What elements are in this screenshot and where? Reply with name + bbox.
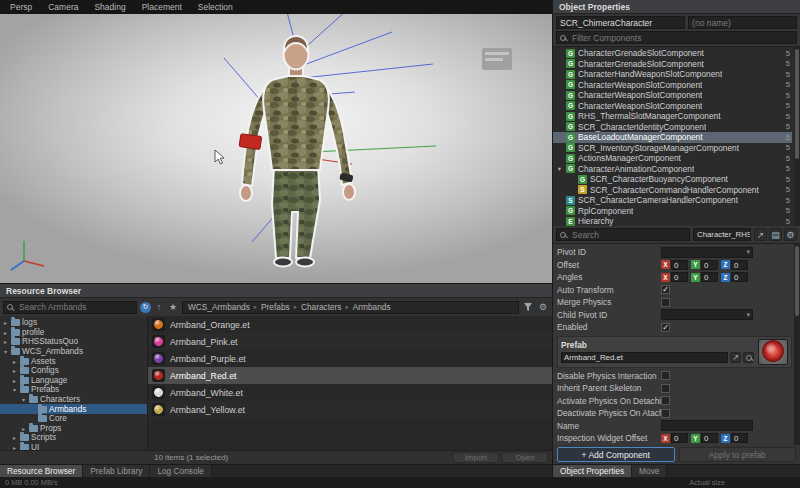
- gear-icon[interactable]: ⚙: [537, 301, 549, 313]
- tab-log-console[interactable]: Log Console: [150, 465, 212, 477]
- action-button-import[interactable]: Import: [453, 452, 499, 463]
- tree-expand-icon[interactable]: ▾: [2, 348, 9, 355]
- component-row[interactable]: ▾GCharacterAnimationComponent5: [553, 164, 792, 175]
- filter-components-input[interactable]: [569, 32, 793, 43]
- inspect-resource-icon[interactable]: [743, 352, 754, 363]
- checkbox[interactable]: [661, 384, 670, 393]
- component-row[interactable]: GActionsManagerComponent5: [553, 153, 792, 164]
- component-search-input[interactable]: [569, 229, 686, 240]
- tree-expand-icon[interactable]: ▾: [11, 386, 18, 393]
- axis-x-value[interactable]: 0: [671, 433, 688, 443]
- tree-expand-icon[interactable]: ▸: [11, 377, 18, 384]
- component-row[interactable]: GSCR_InventoryStorageManagerComponent5: [553, 143, 792, 154]
- tab-resource-browser[interactable]: Resource Browser: [0, 465, 83, 477]
- tree-expand-icon[interactable]: ▸: [20, 425, 27, 432]
- favorite-star-icon[interactable]: ★: [167, 301, 179, 313]
- filter-funnel-icon[interactable]: [522, 301, 534, 313]
- tree-item-profile[interactable]: ▸profile: [0, 328, 147, 338]
- tree-expand-icon[interactable]: ▸: [11, 358, 18, 365]
- entity-name-field[interactable]: [688, 16, 797, 29]
- axis-z-value[interactable]: 0: [731, 260, 748, 270]
- tab-move[interactable]: Move: [632, 465, 667, 477]
- component-row[interactable]: GRHS_ThermalSlotManagerComponent5: [553, 111, 792, 122]
- up-icon[interactable]: ↑: [153, 301, 165, 313]
- component-row[interactable]: GSCR_CharacterBuoyancyComponent5: [553, 174, 792, 185]
- action-button-open[interactable]: Open: [502, 452, 548, 463]
- checkbox[interactable]: ✓: [661, 285, 670, 294]
- viewport-3d[interactable]: [0, 14, 552, 283]
- tree-icon[interactable]: ▤: [769, 228, 782, 241]
- breadcrumb-segment[interactable]: Characters: [301, 302, 342, 312]
- tree-item-characters[interactable]: ▾Characters: [0, 395, 147, 405]
- tree-expand-icon[interactable]: ▾: [20, 396, 27, 403]
- entity-class-field[interactable]: [556, 16, 685, 29]
- component-row[interactable]: GRplComponent5: [553, 206, 792, 217]
- tree-item-armbands[interactable]: Armbands: [0, 404, 147, 414]
- menu-selection[interactable]: Selection: [190, 2, 241, 12]
- component-row[interactable]: GCharacterGrenadeSlotComponent5: [553, 48, 792, 59]
- tree-expand-icon[interactable]: ▸: [11, 367, 18, 374]
- context-dropdown[interactable]: Character_RHS_RF_SSO_Base ▾: [693, 228, 751, 241]
- file-row[interactable]: Armband_Yellow.et: [148, 401, 552, 418]
- file-row[interactable]: Armband_Red.et: [148, 367, 552, 384]
- component-row[interactable]: GBaseLoadoutManagerComponent5: [553, 132, 792, 143]
- menu-persp[interactable]: Persp: [2, 2, 40, 12]
- menu-shading[interactable]: Shading: [86, 2, 133, 12]
- component-row[interactable]: GCharacterWeaponSlotComponent5: [553, 101, 792, 112]
- checkbox[interactable]: [661, 396, 670, 405]
- menu-camera[interactable]: Camera: [40, 2, 86, 12]
- tree-expand-icon[interactable]: ▸: [2, 338, 9, 345]
- component-row[interactable]: GCharacterWeaponSlotComponent5: [553, 90, 792, 101]
- apply-to-prefab-button[interactable]: Apply to prefab: [679, 447, 797, 462]
- breadcrumb-segment[interactable]: Armbands: [353, 302, 391, 312]
- sync-icon[interactable]: ↻: [140, 302, 151, 313]
- export-icon[interactable]: ↗: [754, 228, 767, 241]
- tree-item-prefabs[interactable]: ▾Prefabs: [0, 385, 147, 395]
- prefab-thumbnail[interactable]: [758, 339, 788, 365]
- file-row[interactable]: Armband_Purple.et: [148, 350, 552, 367]
- checkbox[interactable]: [661, 409, 670, 418]
- tree-item-ui[interactable]: ▸UI: [0, 443, 147, 450]
- dropdown-field[interactable]: ▾: [661, 247, 753, 258]
- tree-item-rhsstatusquo[interactable]: ▸RHSStatusQuo: [0, 337, 147, 347]
- prefab-path-field[interactable]: Armband_Red.et: [561, 352, 728, 363]
- file-row[interactable]: Armband_White.et: [148, 384, 552, 401]
- expand-arrow-icon[interactable]: ▾: [556, 165, 563, 173]
- component-scrollbar[interactable]: [794, 47, 800, 226]
- checkbox[interactable]: [661, 298, 670, 307]
- gear-icon[interactable]: ⚙: [784, 228, 797, 241]
- axis-y-value[interactable]: 0: [701, 272, 718, 282]
- component-row[interactable]: EHierarchy5: [553, 216, 792, 226]
- browse-resource-icon[interactable]: ↗: [730, 352, 741, 363]
- tree-item-wcs-armbands[interactable]: ▾WCS_Armbands: [0, 347, 147, 357]
- file-row[interactable]: Armband_Orange.et: [148, 316, 552, 333]
- scrollbar-thumb[interactable]: [795, 49, 799, 159]
- tree-item-logs[interactable]: ▸logs: [0, 318, 147, 328]
- component-row[interactable]: GCharacterWeaponSlotComponent5: [553, 80, 792, 91]
- text-field[interactable]: [661, 420, 753, 431]
- component-row[interactable]: GCharacterGrenadeSlotComponent5: [553, 59, 792, 70]
- axis-x-value[interactable]: 0: [671, 272, 688, 282]
- breadcrumb-segment[interactable]: Prefabs: [261, 302, 290, 312]
- tab-prefab-library[interactable]: Prefab Library: [83, 465, 150, 477]
- axis-y-value[interactable]: 0: [701, 260, 718, 270]
- component-row[interactable]: SSCR_CharacterCameraHandlerComponent5: [553, 195, 792, 206]
- properties-scrollbar[interactable]: [794, 244, 800, 445]
- checkbox[interactable]: [661, 371, 670, 380]
- axis-z-value[interactable]: 0: [731, 272, 748, 282]
- menu-placement[interactable]: Placement: [134, 2, 190, 12]
- tree-expand-icon[interactable]: ▸: [2, 329, 9, 336]
- axis-x-value[interactable]: 0: [671, 260, 688, 270]
- tree-item-core[interactable]: Core: [0, 414, 147, 424]
- tree-expand-icon[interactable]: ▸: [11, 434, 18, 441]
- component-row[interactable]: GSCR_CharacterIdentityComponent5: [553, 122, 792, 133]
- component-row[interactable]: GCharacterHandWeaponSlotComponent5: [553, 69, 792, 80]
- add-component-button[interactable]: + Add Component: [557, 447, 675, 462]
- resource-search-input[interactable]: [16, 302, 133, 313]
- axis-y-value[interactable]: 0: [701, 433, 718, 443]
- file-row[interactable]: Armband_Pink.et: [148, 333, 552, 350]
- breadcrumb-segment[interactable]: WCS_Armbands: [188, 302, 250, 312]
- axis-z-value[interactable]: 0: [731, 433, 748, 443]
- tree-expand-icon[interactable]: ▸: [2, 319, 9, 326]
- component-row[interactable]: SSCR_CharacterCommandHandlerComponent5: [553, 185, 792, 196]
